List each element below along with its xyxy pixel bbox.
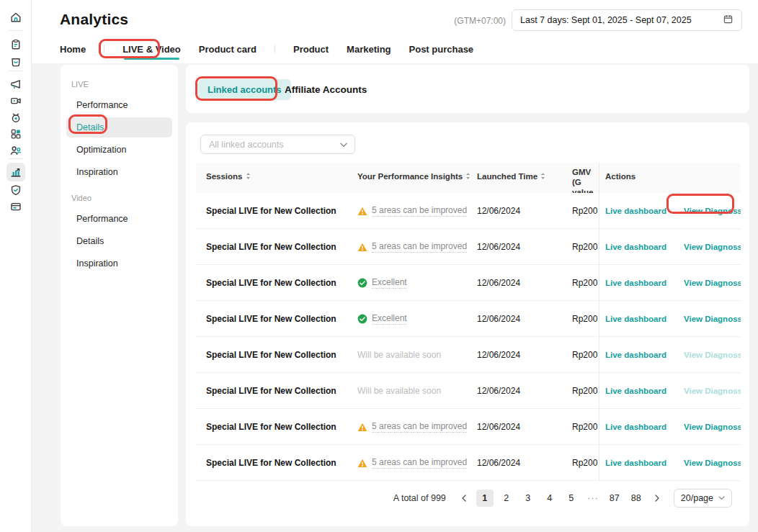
next-page-icon[interactable] — [649, 490, 665, 507]
table-header-row: Sessions Your Performance Insights Launc… — [196, 163, 741, 193]
view-diagnosis-link[interactable]: View Diagnossis — [684, 315, 741, 323]
live-dashboard-link[interactable]: Live dashboard — [605, 243, 666, 251]
nav-divider — [104, 45, 104, 53]
view-diagnosis-link[interactable]: View Diagnossis — [684, 459, 741, 467]
live-dashboard-link[interactable]: Live dashboard — [605, 351, 666, 359]
column-header-launched-time[interactable]: Launched Time — [477, 163, 572, 193]
launched-time: 12/06/2024 — [477, 350, 572, 360]
more-pages-ellipsis[interactable]: ··· — [584, 490, 602, 507]
view-diagnosis-link[interactable]: View Diagnossis — [684, 279, 741, 287]
sidebar-item-live-optimization[interactable]: Optimization — [66, 140, 172, 160]
page-number[interactable]: 3 — [520, 490, 537, 507]
success-icon — [357, 314, 367, 324]
date-range-picker[interactable]: Last 7 days: Sept 01, 2025 - Sept 07, 20… — [512, 9, 742, 31]
session-title: Special LIVE for New Collection — [196, 242, 357, 252]
sidebar-item-video-details[interactable]: Details — [66, 231, 172, 251]
gmv-value: Rp200 — [572, 314, 599, 324]
pagination: A total of 999 1 2 3 4 5 ··· 87 88 20/pa… — [393, 489, 732, 508]
tab-affiliate-accounts[interactable]: Affiliate Accounts — [285, 84, 367, 95]
view-diagnosis-link[interactable]: View Diagnossis — [684, 243, 741, 251]
gmv-value: Rp200 — [572, 386, 599, 396]
page-number[interactable]: 4 — [541, 490, 558, 507]
nav-item-marketing[interactable]: Marketing — [347, 44, 391, 55]
launched-time: 12/06/2024 — [477, 422, 572, 432]
view-diagnosis-link[interactable]: View Diagnossis — [684, 207, 741, 215]
nav-item-product[interactable]: Product — [293, 44, 329, 55]
sidebar-item-video-inspiration[interactable]: Inspiration — [66, 253, 172, 274]
actions-cell: Live dashboard View Diagnossis — [599, 193, 741, 229]
page-size-select[interactable]: 20/page — [674, 489, 732, 508]
nav-item-post-purchase[interactable]: Post purchase — [409, 44, 474, 55]
live-dashboard-link[interactable]: Live dashboard — [605, 279, 666, 287]
column-label: Launched Time — [477, 172, 538, 181]
analytics-sidebar: LIVE Performance Details Optimization In… — [61, 65, 178, 526]
chevron-down-icon — [718, 496, 725, 500]
warning-icon — [357, 243, 367, 252]
nav-item-home[interactable]: Home — [60, 44, 86, 55]
warning-icon — [357, 207, 367, 216]
affiliate-people-icon[interactable] — [6, 141, 25, 160]
column-header-insights[interactable]: Your Performance Insights — [357, 163, 477, 193]
product-bag-icon[interactable] — [6, 52, 25, 71]
insight-text[interactable]: Excellent — [372, 313, 407, 325]
tab-linked-accounts[interactable]: Linked accounts — [198, 79, 291, 100]
filter-placeholder: All linked accounts — [209, 140, 284, 150]
column-header-gmv[interactable]: GMV (G value (L — [572, 163, 599, 193]
table-row: Special LIVE for New Collection Will be … — [196, 373, 741, 409]
sidebar-item-live-inspiration[interactable]: Inspiration — [66, 162, 172, 182]
insight-text[interactable]: 5 areas can be improved — [372, 241, 467, 253]
sort-icon — [465, 173, 471, 179]
actions-cell: Live dashboard View Diagnossis — [599, 265, 741, 301]
live-dashboard-link[interactable]: Live dashboard — [605, 459, 666, 467]
nav-item-live-video[interactable]: LIVE & Video — [122, 44, 181, 55]
view-diagnosis-link[interactable]: View Diagnossis — [684, 423, 741, 431]
insight-cell: 5 areas can be improved — [357, 421, 477, 433]
timezone-label: (GTM+07:00) — [454, 16, 506, 26]
session-title: Special LIVE for New Collection — [196, 278, 357, 288]
sidebar-item-live-performance[interactable]: Performance — [66, 95, 172, 115]
prev-page-icon[interactable] — [456, 490, 472, 507]
page-number[interactable]: 87 — [606, 490, 623, 507]
insight-text[interactable]: 5 areas can be improved — [372, 457, 467, 469]
app-icon-rail — [0, 0, 32, 532]
sort-icon — [246, 173, 251, 179]
live-dashboard-link[interactable]: Live dashboard — [605, 387, 666, 395]
session-title: Special LIVE for New Collection — [196, 350, 357, 360]
accounts-tabs-card: Linked accounts Affiliate Accounts — [186, 65, 749, 113]
insight-text[interactable]: 5 areas can be improved — [372, 421, 467, 433]
table-row: Special LIVE for New Collection Will be … — [196, 337, 741, 373]
actions-cell: Live dashboard View Diagnossis — [599, 229, 741, 265]
sessions-table: Sessions Your Performance Insights Launc… — [196, 163, 741, 481]
nav-divider — [275, 45, 275, 53]
nav-item-product-card[interactable]: Product card — [199, 44, 257, 55]
live-dashboard-link[interactable]: Live dashboard — [605, 423, 666, 431]
live-dashboard-link[interactable]: Live dashboard — [605, 315, 666, 323]
column-header-sessions[interactable]: Sessions — [196, 163, 357, 193]
home-icon[interactable] — [6, 8, 25, 27]
table-row: Special LIVE for New Collection 5 areas … — [196, 229, 741, 265]
sidebar-item-video-performance[interactable]: Performance — [66, 209, 172, 229]
page-title: Analytics — [60, 11, 128, 28]
gmv-value: Rp200 — [572, 242, 599, 252]
page-number[interactable]: 1 — [476, 490, 494, 507]
insight-text[interactable]: 5 areas can be improved — [372, 205, 467, 217]
page-number[interactable]: 5 — [563, 490, 580, 507]
analytics-chart-icon[interactable] — [6, 163, 25, 181]
live-dashboard-link[interactable]: Live dashboard — [605, 207, 666, 215]
linked-accounts-filter-select[interactable]: All linked accounts — [200, 135, 355, 154]
page-number[interactable]: 88 — [628, 490, 645, 507]
page-header: Analytics (GTM+07:00) Last 7 days: Sept … — [32, 0, 758, 63]
page-number[interactable]: 2 — [498, 490, 515, 507]
view-diagnosis-link-disabled: View Diagnossis — [684, 351, 741, 359]
pagination-total: A total of 999 — [393, 493, 446, 503]
sidebar-item-live-details[interactable]: Details — [66, 117, 172, 137]
wallet-card-icon[interactable] — [6, 197, 25, 216]
table-row: Special LIVE for New Collection 5 areas … — [196, 445, 741, 481]
insight-cell: 5 areas can be improved — [357, 205, 477, 217]
sidebar-section-video: Video — [71, 194, 178, 202]
session-title: Special LIVE for New Collection — [196, 206, 357, 216]
insight-text[interactable]: Excellent — [372, 277, 407, 289]
actions-cell: Live dashboard View Diagnossis — [599, 409, 741, 445]
insight-cell: 5 areas can be improved — [357, 241, 477, 253]
actions-cell: Live dashboard View Diagnossis — [599, 373, 741, 409]
